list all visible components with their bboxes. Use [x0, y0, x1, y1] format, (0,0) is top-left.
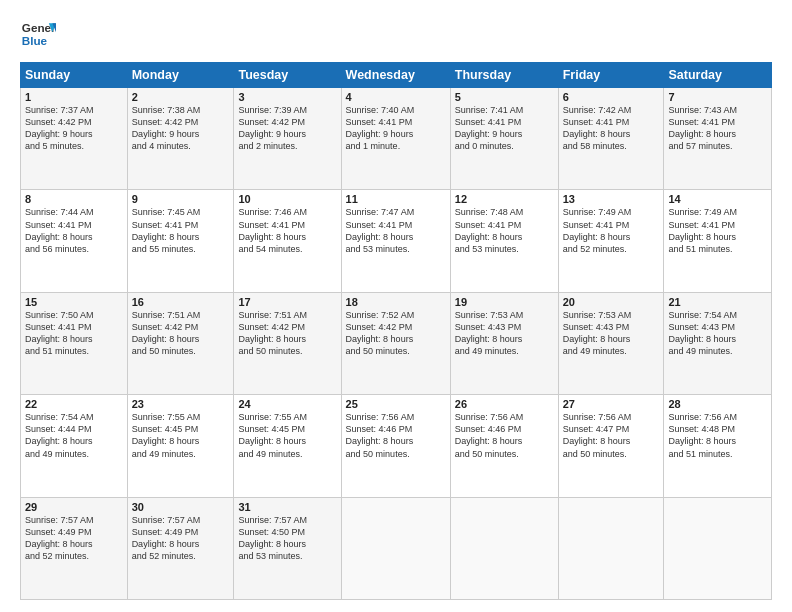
- svg-text:Blue: Blue: [22, 34, 48, 47]
- day-number: 14: [668, 193, 767, 205]
- day-info: Sunrise: 7:54 AM Sunset: 4:43 PM Dayligh…: [668, 309, 767, 358]
- col-header-monday: Monday: [127, 63, 234, 88]
- day-cell: [664, 497, 772, 599]
- week-row-3: 15Sunrise: 7:50 AM Sunset: 4:41 PM Dayli…: [21, 292, 772, 394]
- day-info: Sunrise: 7:56 AM Sunset: 4:48 PM Dayligh…: [668, 411, 767, 460]
- day-info: Sunrise: 7:44 AM Sunset: 4:41 PM Dayligh…: [25, 206, 123, 255]
- day-info: Sunrise: 7:51 AM Sunset: 4:42 PM Dayligh…: [238, 309, 336, 358]
- day-info: Sunrise: 7:49 AM Sunset: 4:41 PM Dayligh…: [563, 206, 660, 255]
- day-number: 23: [132, 398, 230, 410]
- day-info: Sunrise: 7:54 AM Sunset: 4:44 PM Dayligh…: [25, 411, 123, 460]
- day-number: 31: [238, 501, 336, 513]
- logo-icon: General Blue: [20, 16, 56, 52]
- day-cell: 3Sunrise: 7:39 AM Sunset: 4:42 PM Daylig…: [234, 88, 341, 190]
- day-cell: 8Sunrise: 7:44 AM Sunset: 4:41 PM Daylig…: [21, 190, 128, 292]
- day-info: Sunrise: 7:40 AM Sunset: 4:41 PM Dayligh…: [346, 104, 446, 153]
- day-cell: 16Sunrise: 7:51 AM Sunset: 4:42 PM Dayli…: [127, 292, 234, 394]
- day-info: Sunrise: 7:55 AM Sunset: 4:45 PM Dayligh…: [238, 411, 336, 460]
- col-header-friday: Friday: [558, 63, 664, 88]
- day-cell: 19Sunrise: 7:53 AM Sunset: 4:43 PM Dayli…: [450, 292, 558, 394]
- day-number: 20: [563, 296, 660, 308]
- day-info: Sunrise: 7:55 AM Sunset: 4:45 PM Dayligh…: [132, 411, 230, 460]
- week-row-1: 1Sunrise: 7:37 AM Sunset: 4:42 PM Daylig…: [21, 88, 772, 190]
- day-number: 21: [668, 296, 767, 308]
- week-row-2: 8Sunrise: 7:44 AM Sunset: 4:41 PM Daylig…: [21, 190, 772, 292]
- day-info: Sunrise: 7:56 AM Sunset: 4:46 PM Dayligh…: [346, 411, 446, 460]
- day-info: Sunrise: 7:56 AM Sunset: 4:47 PM Dayligh…: [563, 411, 660, 460]
- day-info: Sunrise: 7:41 AM Sunset: 4:41 PM Dayligh…: [455, 104, 554, 153]
- day-cell: 14Sunrise: 7:49 AM Sunset: 4:41 PM Dayli…: [664, 190, 772, 292]
- calendar-table: SundayMondayTuesdayWednesdayThursdayFrid…: [20, 62, 772, 600]
- day-number: 12: [455, 193, 554, 205]
- day-number: 3: [238, 91, 336, 103]
- day-info: Sunrise: 7:49 AM Sunset: 4:41 PM Dayligh…: [668, 206, 767, 255]
- day-info: Sunrise: 7:53 AM Sunset: 4:43 PM Dayligh…: [455, 309, 554, 358]
- day-cell: 29Sunrise: 7:57 AM Sunset: 4:49 PM Dayli…: [21, 497, 128, 599]
- day-info: Sunrise: 7:47 AM Sunset: 4:41 PM Dayligh…: [346, 206, 446, 255]
- day-number: 7: [668, 91, 767, 103]
- col-header-thursday: Thursday: [450, 63, 558, 88]
- logo: General Blue: [20, 16, 56, 52]
- day-info: Sunrise: 7:43 AM Sunset: 4:41 PM Dayligh…: [668, 104, 767, 153]
- day-number: 28: [668, 398, 767, 410]
- week-row-5: 29Sunrise: 7:57 AM Sunset: 4:49 PM Dayli…: [21, 497, 772, 599]
- day-number: 9: [132, 193, 230, 205]
- day-info: Sunrise: 7:37 AM Sunset: 4:42 PM Dayligh…: [25, 104, 123, 153]
- day-cell: 28Sunrise: 7:56 AM Sunset: 4:48 PM Dayli…: [664, 395, 772, 497]
- day-cell: 2Sunrise: 7:38 AM Sunset: 4:42 PM Daylig…: [127, 88, 234, 190]
- day-info: Sunrise: 7:52 AM Sunset: 4:42 PM Dayligh…: [346, 309, 446, 358]
- calendar-header-row: SundayMondayTuesdayWednesdayThursdayFrid…: [21, 63, 772, 88]
- col-header-tuesday: Tuesday: [234, 63, 341, 88]
- day-number: 19: [455, 296, 554, 308]
- day-cell: 26Sunrise: 7:56 AM Sunset: 4:46 PM Dayli…: [450, 395, 558, 497]
- col-header-sunday: Sunday: [21, 63, 128, 88]
- day-info: Sunrise: 7:57 AM Sunset: 4:50 PM Dayligh…: [238, 514, 336, 563]
- day-number: 17: [238, 296, 336, 308]
- day-info: Sunrise: 7:45 AM Sunset: 4:41 PM Dayligh…: [132, 206, 230, 255]
- day-cell: 6Sunrise: 7:42 AM Sunset: 4:41 PM Daylig…: [558, 88, 664, 190]
- day-number: 4: [346, 91, 446, 103]
- day-number: 16: [132, 296, 230, 308]
- day-cell: 11Sunrise: 7:47 AM Sunset: 4:41 PM Dayli…: [341, 190, 450, 292]
- day-cell: 1Sunrise: 7:37 AM Sunset: 4:42 PM Daylig…: [21, 88, 128, 190]
- day-number: 15: [25, 296, 123, 308]
- day-number: 8: [25, 193, 123, 205]
- day-info: Sunrise: 7:57 AM Sunset: 4:49 PM Dayligh…: [25, 514, 123, 563]
- header: General Blue: [20, 16, 772, 52]
- day-cell: 9Sunrise: 7:45 AM Sunset: 4:41 PM Daylig…: [127, 190, 234, 292]
- day-info: Sunrise: 7:48 AM Sunset: 4:41 PM Dayligh…: [455, 206, 554, 255]
- day-number: 25: [346, 398, 446, 410]
- day-number: 5: [455, 91, 554, 103]
- col-header-wednesday: Wednesday: [341, 63, 450, 88]
- day-number: 27: [563, 398, 660, 410]
- day-number: 2: [132, 91, 230, 103]
- day-cell: 7Sunrise: 7:43 AM Sunset: 4:41 PM Daylig…: [664, 88, 772, 190]
- day-cell: 20Sunrise: 7:53 AM Sunset: 4:43 PM Dayli…: [558, 292, 664, 394]
- day-number: 30: [132, 501, 230, 513]
- day-cell: 13Sunrise: 7:49 AM Sunset: 4:41 PM Dayli…: [558, 190, 664, 292]
- day-cell: [450, 497, 558, 599]
- day-cell: 25Sunrise: 7:56 AM Sunset: 4:46 PM Dayli…: [341, 395, 450, 497]
- day-cell: 31Sunrise: 7:57 AM Sunset: 4:50 PM Dayli…: [234, 497, 341, 599]
- week-row-4: 22Sunrise: 7:54 AM Sunset: 4:44 PM Dayli…: [21, 395, 772, 497]
- day-cell: [558, 497, 664, 599]
- day-cell: 12Sunrise: 7:48 AM Sunset: 4:41 PM Dayli…: [450, 190, 558, 292]
- day-number: 10: [238, 193, 336, 205]
- day-number: 29: [25, 501, 123, 513]
- day-info: Sunrise: 7:46 AM Sunset: 4:41 PM Dayligh…: [238, 206, 336, 255]
- day-number: 26: [455, 398, 554, 410]
- day-cell: 4Sunrise: 7:40 AM Sunset: 4:41 PM Daylig…: [341, 88, 450, 190]
- day-cell: 30Sunrise: 7:57 AM Sunset: 4:49 PM Dayli…: [127, 497, 234, 599]
- day-cell: 23Sunrise: 7:55 AM Sunset: 4:45 PM Dayli…: [127, 395, 234, 497]
- day-number: 24: [238, 398, 336, 410]
- day-cell: 18Sunrise: 7:52 AM Sunset: 4:42 PM Dayli…: [341, 292, 450, 394]
- day-cell: 17Sunrise: 7:51 AM Sunset: 4:42 PM Dayli…: [234, 292, 341, 394]
- day-cell: 24Sunrise: 7:55 AM Sunset: 4:45 PM Dayli…: [234, 395, 341, 497]
- day-info: Sunrise: 7:39 AM Sunset: 4:42 PM Dayligh…: [238, 104, 336, 153]
- day-info: Sunrise: 7:51 AM Sunset: 4:42 PM Dayligh…: [132, 309, 230, 358]
- day-cell: 10Sunrise: 7:46 AM Sunset: 4:41 PM Dayli…: [234, 190, 341, 292]
- day-number: 22: [25, 398, 123, 410]
- day-info: Sunrise: 7:57 AM Sunset: 4:49 PM Dayligh…: [132, 514, 230, 563]
- day-cell: 22Sunrise: 7:54 AM Sunset: 4:44 PM Dayli…: [21, 395, 128, 497]
- day-cell: 15Sunrise: 7:50 AM Sunset: 4:41 PM Dayli…: [21, 292, 128, 394]
